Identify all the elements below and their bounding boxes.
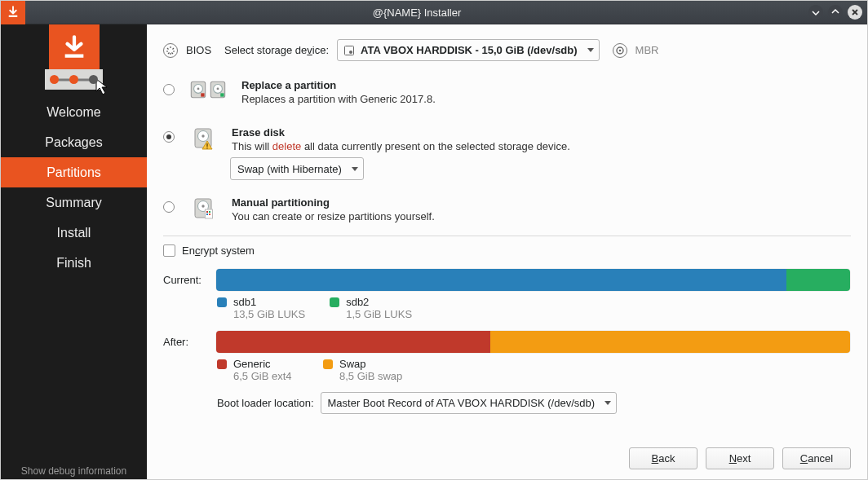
progress-steps-icon [45,69,103,90]
after-label: After: [163,336,206,348]
select-storage-label: Select storage device: [224,44,329,56]
swap-select[interactable]: Swap (with Hibernate) [230,157,364,180]
dropdown-caret-icon [587,48,594,52]
swatch-icon [217,297,227,307]
option-erase[interactable]: Erase disk This will delete all data cur… [163,120,851,161]
svg-rect-7 [201,93,204,96]
debug-info-link[interactable]: Show debug information [1,465,147,477]
swap-select-value: Swap (with Hibernate) [237,163,342,175]
bios-label: BIOS [186,44,211,56]
legend-sdb2: sdb21,5 GiB LUKS [330,296,412,320]
installer-window: @{NAME} Installer [0,0,868,480]
after-legend: Generic6,5 GiB ext4 Swap8,5 GiB swap [163,358,851,382]
top-row: BIOS Select storage device: ATA VBOX HAR… [163,39,851,61]
current-legend: sdb113,5 GiB LUKS sdb21,5 GiB LUKS [163,296,851,320]
svg-rect-1 [64,54,83,57]
svg-rect-21 [206,211,208,213]
download-icon [49,24,100,69]
bootloader-label: Boot loader location: [217,397,314,409]
current-section: Current: sdb113,5 GiB LUKS sdb21,5 GiB L… [163,268,851,320]
erase-icon [189,126,217,151]
sidebar-item-finish[interactable]: Finish [1,248,147,278]
swatch-icon [330,297,339,307]
mbr-label: MBR [636,44,659,56]
close-button[interactable] [848,5,862,20]
svg-rect-15 [206,143,207,147]
svg-rect-22 [209,211,210,213]
bios-icon [163,43,178,58]
legend-generic: Generic6,5 GiB ext4 [217,358,299,382]
bootloader-select[interactable]: Master Boot Record of ATA VBOX HARDDISK … [321,392,618,414]
svg-point-14 [202,134,204,137]
svg-rect-23 [206,214,208,215]
encrypt-checkbox[interactable] [163,244,175,257]
app-icon [1,1,25,24]
svg-point-3 [618,49,621,51]
replace-title: Replace a partition [241,79,851,91]
minimize-button[interactable] [808,5,823,20]
current-seg-sdb1 [216,269,786,291]
option-manual[interactable]: Manual partitioning You can create or re… [163,190,851,231]
sidebar-logo [1,24,147,90]
storage-device-value: ATA VBOX HARDDISK - 15,0 GiB (/dev/sdb) [361,44,578,56]
mbr-icon [613,43,627,58]
replace-icon [189,79,227,100]
sidebar-item-packages[interactable]: Packages [1,127,147,157]
bootloader-row: Boot loader location: Master Boot Record… [163,392,851,414]
swatch-icon [323,359,333,369]
swatch-icon [217,359,227,369]
svg-rect-16 [206,148,207,148]
storage-device-select[interactable]: ATA VBOX HARDDISK - 15,0 GiB (/dev/sdb) [337,39,600,61]
svg-rect-11 [220,93,224,96]
sidebar-item-install[interactable]: Install [1,218,147,248]
titlebar: @{NAME} Installer [1,1,867,24]
window-controls [808,5,867,20]
after-seg-generic [216,331,490,353]
legend-swap: Swap8,5 GiB swap [323,358,405,382]
back-button[interactable]: Back [629,447,698,469]
bootloader-value: Master Boot Record of ATA VBOX HARDDISK … [328,397,596,409]
sidebar-item-partitions[interactable]: Partitions [1,157,147,187]
divider [163,236,851,236]
button-bar: Back Next Cancel [629,447,851,469]
next-button[interactable]: Next [706,447,774,469]
after-seg-swap [490,331,850,353]
maximize-button[interactable] [828,5,843,20]
current-bar [215,268,851,292]
svg-point-10 [217,88,219,90]
sidebar-item-welcome[interactable]: Welcome [1,97,147,127]
window-title: @{NAME} Installer [25,7,808,19]
main-panel: BIOS Select storage device: ATA VBOX HAR… [147,24,867,479]
svg-rect-24 [209,214,210,215]
cursor-icon [95,78,110,96]
cancel-button[interactable]: Cancel [782,447,851,469]
radio-replace[interactable] [163,84,175,95]
svg-point-19 [202,205,204,207]
option-replace[interactable]: Replace a partition Replaces a partition… [163,73,851,120]
svg-point-6 [197,88,200,90]
legend-sdb1: sdb113,5 GiB LUKS [217,296,305,320]
disk-icon [344,46,354,55]
encrypt-label: Encrypt system [182,244,255,257]
current-label: Current: [163,274,206,286]
swap-row: Swap (with Hibernate) [163,157,851,180]
partition-options: Replace a partition Replaces a partition… [163,73,851,231]
replace-desc: Replaces a partition with Generic 2017.8… [241,93,851,105]
dropdown-caret-icon [604,401,611,405]
manual-icon [189,196,217,221]
erase-desc: This will delete all data currently pres… [232,140,851,152]
manual-desc: You can create or resize partitions your… [232,210,851,222]
sidebar-item-summary[interactable]: Summary [1,187,147,218]
sidebar-nav: Welcome Packages Partitions Summary Inst… [1,97,147,278]
after-bar [215,330,851,354]
app-body: Welcome Packages Partitions Summary Inst… [1,24,867,479]
svg-rect-0 [9,15,18,17]
encrypt-row[interactable]: Encrypt system [163,244,851,257]
radio-erase[interactable] [163,131,175,143]
manual-title: Manual partitioning [232,196,851,209]
current-seg-sdb2 [786,269,850,291]
dropdown-caret-icon [352,167,358,171]
sidebar: Welcome Packages Partitions Summary Inst… [1,24,147,479]
after-section: After: Generic6,5 GiB ext4 Swap8,5 GiB s… [163,330,851,382]
radio-manual[interactable] [163,201,175,213]
